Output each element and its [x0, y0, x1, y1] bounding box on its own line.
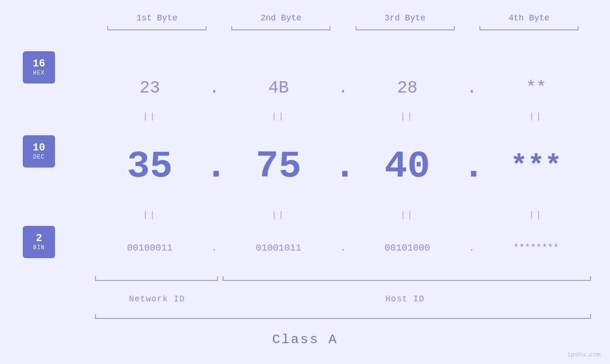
bin-badge-label: BIN	[33, 244, 45, 251]
bin-badge: 2 BIN	[23, 226, 55, 258]
bin-byte-1: 00100011	[95, 243, 205, 253]
bin-dot-3: .	[462, 243, 481, 253]
bin-badge-number: 2	[36, 233, 42, 244]
eq2-4: ||	[481, 210, 591, 220]
class-bracket-row	[95, 318, 591, 319]
host-bracket-line	[223, 280, 591, 281]
class-bracket-line	[95, 318, 591, 319]
dec-dot-1: .	[205, 145, 224, 188]
eq1-1: ||	[95, 112, 205, 121]
hex-values-row: 23 . 4B . 28 . **	[95, 74, 591, 102]
bin-byte-2: 01001011	[224, 243, 333, 253]
host-id-label: Host ID	[219, 294, 591, 304]
network-bracket-line	[95, 280, 218, 281]
host-bracket	[223, 280, 591, 281]
watermark: ipshu.com	[567, 351, 601, 358]
network-bracket	[95, 280, 218, 281]
eq1-3: ||	[353, 112, 462, 121]
dec-badge-label: DEC	[33, 154, 45, 160]
hex-byte-4: **	[481, 78, 591, 98]
top-bracket-line-3	[356, 29, 455, 30]
eq2-1: ||	[95, 210, 205, 220]
id-bracket-row	[95, 280, 591, 281]
top-bracket-4	[467, 29, 591, 30]
bin-byte-3: 00101000	[353, 243, 462, 253]
dec-dot-2: .	[334, 145, 353, 188]
dec-badge-number: 10	[33, 142, 45, 154]
id-labels-row: Network ID Host ID	[95, 294, 591, 304]
page: 1st Byte 2nd Byte 3rd Byte 4th Byte 16 H…	[0, 0, 610, 364]
hex-dot-3: .	[462, 78, 481, 98]
top-bracket-2	[219, 29, 343, 30]
hex-byte-3: 28	[353, 78, 462, 98]
byte-label-4: 4th Byte	[467, 13, 591, 23]
dec-byte-2: 75	[224, 145, 333, 188]
equals-row-1: || || || ||	[95, 109, 591, 123]
top-bracket-line-2	[231, 29, 330, 30]
hex-byte-1: 23	[95, 78, 205, 98]
top-bracket-3	[343, 29, 467, 30]
byte-labels-row: 1st Byte 2nd Byte 3rd Byte 4th Byte	[95, 13, 591, 23]
hex-badge-number: 16	[33, 58, 45, 70]
bin-dot-1: .	[205, 243, 224, 253]
class-label: Class A	[0, 332, 610, 347]
eq1-4: ||	[481, 112, 591, 121]
byte-label-1: 1st Byte	[95, 13, 219, 23]
bin-values-row: 00100011 . 01001011 . 00101000 . *******…	[95, 233, 591, 262]
equals-row-2: || || || ||	[95, 208, 591, 222]
byte-label-2: 2nd Byte	[219, 13, 343, 23]
hex-badge: 16 HEX	[23, 51, 55, 84]
byte-label-3: 3rd Byte	[343, 13, 467, 23]
top-bracket-line-1	[107, 29, 206, 30]
dec-byte-3: 40	[353, 145, 462, 188]
hex-badge-label: HEX	[33, 70, 45, 76]
bin-dot-2: .	[334, 243, 353, 253]
network-id-label: Network ID	[95, 294, 219, 304]
dec-badge: 10 DEC	[23, 135, 55, 168]
bin-byte-4: ********	[481, 243, 591, 253]
dec-byte-4: ***	[481, 150, 591, 182]
dec-values-row: 35 . 75 . 40 . ***	[95, 140, 591, 192]
dec-dot-3: .	[462, 145, 481, 188]
hex-dot-1: .	[205, 78, 224, 98]
eq1-2: ||	[224, 112, 333, 121]
eq2-3: ||	[353, 210, 462, 220]
top-bracket-line-4	[479, 29, 579, 30]
hex-byte-2: 4B	[224, 78, 333, 98]
top-bracket-1	[95, 29, 219, 30]
hex-dot-2: .	[334, 78, 353, 98]
eq2-2: ||	[224, 210, 333, 220]
top-bracket-row	[95, 29, 591, 30]
dec-byte-1: 35	[95, 145, 205, 188]
